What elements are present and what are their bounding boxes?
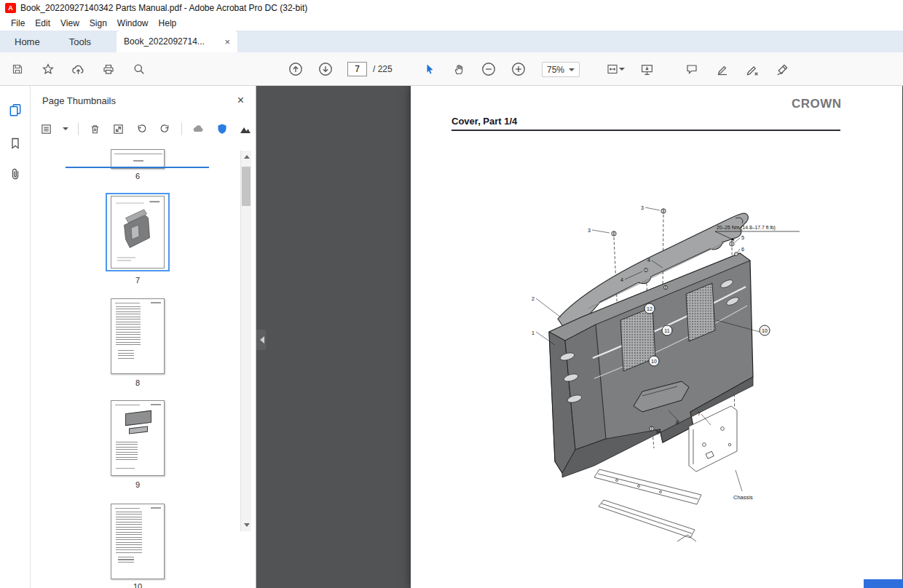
page-thumbnails-rail-button[interactable] <box>7 102 23 118</box>
mini-diagram <box>111 196 164 268</box>
mini-text-mark <box>133 160 143 162</box>
collapse-left-icon <box>256 336 264 343</box>
reading-mode-button[interactable] <box>638 60 655 78</box>
svg-text:5: 5 <box>741 234 744 241</box>
tab-document-label: Book_2022092714... <box>124 36 205 47</box>
thumbnail-options-button[interactable] <box>39 122 53 136</box>
thumbnail-page-6[interactable] <box>111 149 165 169</box>
svg-text:20–25 Nm (14.8–17.7 ft lb): 20–25 Nm (14.8–17.7 ft lb) <box>717 225 776 231</box>
thumbnail-label-8: 8 <box>111 378 165 387</box>
bookmarks-rail-button[interactable] <box>7 135 23 151</box>
panel-collapse-handle[interactable] <box>256 330 266 350</box>
tab-home[interactable]: Home <box>0 31 55 52</box>
highlight-button[interactable] <box>714 60 731 78</box>
previous-page-button[interactable] <box>287 60 304 78</box>
thumbnail-label-6: 6 <box>111 172 165 180</box>
insertion-indicator <box>66 167 209 168</box>
svg-text:6: 6 <box>741 246 744 253</box>
svg-text:12: 12 <box>647 306 652 311</box>
share-cloud-button[interactable] <box>69 60 87 78</box>
menu-edit[interactable]: Edit <box>30 18 55 28</box>
chevron-down-icon <box>569 68 575 74</box>
hand-tool-button[interactable] <box>450 60 468 78</box>
comment-button[interactable] <box>683 60 701 78</box>
page-number-input[interactable] <box>347 62 367 76</box>
svg-text:10: 10 <box>651 359 657 364</box>
window-title: Book_20220927140342 Parts Manual.pdf - A… <box>20 3 307 13</box>
svg-text:4: 4 <box>620 277 623 283</box>
zoom-out-button[interactable] <box>480 60 497 78</box>
navigation-rail <box>0 86 31 588</box>
acrobat-app-icon: A <box>5 3 16 13</box>
menu-bar: File Edit View Sign Window Help <box>0 16 903 31</box>
scrollbar-down-button[interactable] <box>241 520 252 531</box>
toolbar-divider <box>78 122 79 135</box>
svg-text:3: 3 <box>588 227 591 234</box>
bottom-right-accent <box>864 579 903 588</box>
thumbnails-scrollbar[interactable] <box>240 151 251 531</box>
cloud-icon[interactable] <box>192 122 205 136</box>
crown-logo: CROWN <box>792 98 842 111</box>
thumbnail-label-10: 10 <box>111 582 165 588</box>
page-count-label: / 225 <box>373 64 393 74</box>
chevron-down-icon[interactable] <box>63 127 68 133</box>
resize-thumbnails-button[interactable] <box>111 122 125 136</box>
thumbnail-page-10[interactable] <box>111 504 165 579</box>
menu-sign[interactable]: Sign <box>84 18 112 28</box>
svg-text:3: 3 <box>641 204 644 211</box>
content-area: Page Thumbnails × <box>0 86 903 588</box>
svg-text:10: 10 <box>762 328 768 333</box>
delete-page-button[interactable] <box>88 122 102 136</box>
select-tool-button[interactable] <box>421 60 438 78</box>
menu-help[interactable]: Help <box>154 18 182 28</box>
rotate-counterclockwise-button[interactable] <box>135 122 149 136</box>
svg-text:8: 8 <box>676 419 679 426</box>
panel-header: Page Thumbnails × <box>31 86 256 115</box>
tab-tools[interactable]: Tools <box>55 31 106 52</box>
svg-text:2: 2 <box>532 295 535 302</box>
thumbnail-label-9: 9 <box>111 480 165 489</box>
thumbnail-label-7: 7 <box>111 276 165 285</box>
thumbnail-page-8[interactable] <box>111 298 165 374</box>
save-button[interactable] <box>9 60 26 78</box>
zoom-level-select[interactable]: 75% <box>542 62 580 77</box>
page-thumbnails-panel: Page Thumbnails × <box>31 86 256 588</box>
shield-icon[interactable] <box>215 122 229 136</box>
search-button[interactable] <box>130 60 148 78</box>
menu-window[interactable]: Window <box>112 18 154 28</box>
zoom-level-value: 75% <box>547 65 564 75</box>
attachments-rail-button[interactable] <box>7 166 23 182</box>
tab-document[interactable]: Book_2022092714... × <box>117 31 237 52</box>
tab-bar: Home Tools Book_2022092714... × <box>0 31 903 52</box>
heading-rule <box>452 130 840 131</box>
thumbnail-page-7-selected[interactable] <box>106 193 170 271</box>
zoom-in-button[interactable] <box>510 60 527 78</box>
thumbnail-page-9[interactable] <box>111 400 165 476</box>
svg-text:4: 4 <box>647 257 650 263</box>
svg-text:1: 1 <box>532 330 535 336</box>
menu-file[interactable]: File <box>6 18 30 28</box>
mountains-icon[interactable] <box>238 122 252 136</box>
star-button[interactable] <box>39 60 57 78</box>
sign-strike-button[interactable] <box>744 60 761 78</box>
page-heading: Cover, Part 1/4 <box>452 116 517 127</box>
thumbnail-page-7[interactable] <box>111 196 165 269</box>
next-page-button[interactable] <box>317 60 334 78</box>
thumbnail-list: 6 7 <box>31 143 256 588</box>
panel-close-button[interactable]: × <box>237 95 244 106</box>
print-button[interactable] <box>100 60 117 78</box>
exploded-parts-diagram: 20–25 Nm (14.8–17.7 ft lb) <box>411 137 902 588</box>
fill-sign-button[interactable] <box>773 60 791 78</box>
document-view-area: Cover, Part 1/4 CROWN <box>256 86 903 588</box>
scrollbar-thumb[interactable] <box>242 167 251 206</box>
mini-rule <box>114 154 162 154</box>
chevron-down-icon <box>619 68 625 74</box>
pdf-page: Cover, Part 1/4 CROWN <box>411 86 902 588</box>
tab-close-icon[interactable]: × <box>218 36 230 47</box>
svg-text:7: 7 <box>698 410 701 417</box>
rotate-clockwise-button[interactable] <box>158 122 172 136</box>
svg-text:9: 9 <box>656 429 659 436</box>
menu-view[interactable]: View <box>55 18 84 28</box>
fit-width-button[interactable] <box>603 60 628 78</box>
scrollbar-up-button[interactable] <box>241 151 252 162</box>
